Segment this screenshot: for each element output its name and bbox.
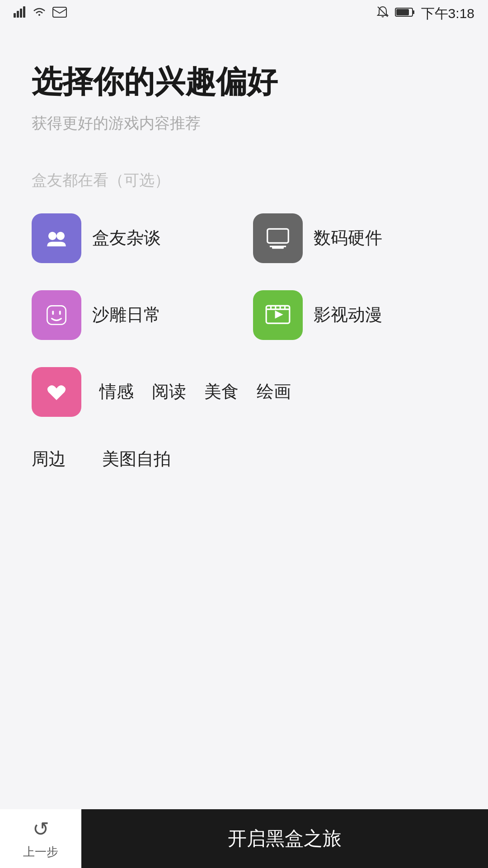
status-time: 下午3:18 <box>421 5 474 23</box>
bell-mute-icon <box>377 6 389 22</box>
category-qinggan-label[interactable]: 情感 <box>99 377 134 407</box>
battery-icon <box>395 7 415 21</box>
svg-rect-8 <box>396 9 409 15</box>
bottom-bar: ↺ 上一步 开启黑盒之旅 <box>0 809 488 868</box>
back-label: 上一步 <box>23 844 58 860</box>
svg-rect-2 <box>20 9 22 18</box>
heiyou-icon <box>32 213 81 263</box>
qinggan-icon <box>32 367 81 417</box>
shadiao-icon <box>32 290 81 340</box>
svg-rect-1 <box>17 11 19 18</box>
signal-icon <box>14 6 26 22</box>
category-row-3: 情感 阅读 美食 绘画 <box>32 367 456 417</box>
wifi-icon <box>33 6 46 22</box>
svg-rect-4 <box>53 7 66 17</box>
category-qinggan[interactable] <box>32 367 81 417</box>
heiyou-label: 盒友杂谈 <box>92 226 161 250</box>
start-button[interactable]: 开启黑盒之旅 <box>81 809 488 868</box>
category-digital[interactable]: 数码硬件 <box>253 213 456 263</box>
back-button[interactable]: ↺ 上一步 <box>0 809 81 868</box>
category-row-1: 盒友杂谈 数码硬件 <box>32 213 456 263</box>
shadiao-label: 沙雕日常 <box>92 303 161 326</box>
section-label: 盒友都在看（可选） <box>32 170 456 191</box>
category-row-2: 沙雕日常 影视动漫 <box>32 290 456 340</box>
svg-marker-18 <box>275 310 283 318</box>
yingshi-icon <box>253 290 303 340</box>
svg-rect-3 <box>23 6 25 18</box>
category-yingshi[interactable]: 影视动漫 <box>253 290 456 340</box>
page-subtitle: 获得更好的游戏内容推荐 <box>32 113 456 134</box>
svg-rect-0 <box>14 13 16 18</box>
category-meitu[interactable]: 美图自拍 <box>102 444 171 474</box>
status-right: 下午3:18 <box>377 5 474 23</box>
status-left <box>14 6 67 22</box>
mail-icon <box>52 7 67 21</box>
digital-icon <box>253 213 303 263</box>
category-huihua[interactable]: 绘画 <box>257 377 291 407</box>
main-content: 选择你的兴趣偏好 获得更好的游戏内容推荐 盒友都在看（可选） 盒友杂谈 <box>0 27 488 474</box>
category-zhoubian[interactable]: 周边 <box>32 444 66 474</box>
category-heiyou[interactable]: 盒友杂谈 <box>32 213 235 263</box>
category-yuedu[interactable]: 阅读 <box>152 377 186 407</box>
svg-rect-14 <box>47 306 66 324</box>
page-title: 选择你的兴趣偏好 <box>32 63 456 100</box>
svg-rect-11 <box>267 229 289 243</box>
category-meishi[interactable]: 美食 <box>204 377 239 407</box>
category-row-4: 周边 美图自拍 <box>32 444 456 474</box>
yingshi-label: 影视动漫 <box>314 303 382 326</box>
svg-rect-7 <box>413 10 414 14</box>
digital-label: 数码硬件 <box>314 226 382 250</box>
status-bar: 下午3:18 <box>0 0 488 27</box>
back-icon: ↺ <box>33 817 49 840</box>
svg-point-10 <box>56 231 65 240</box>
svg-point-9 <box>48 231 56 240</box>
category-shadiao[interactable]: 沙雕日常 <box>32 290 235 340</box>
